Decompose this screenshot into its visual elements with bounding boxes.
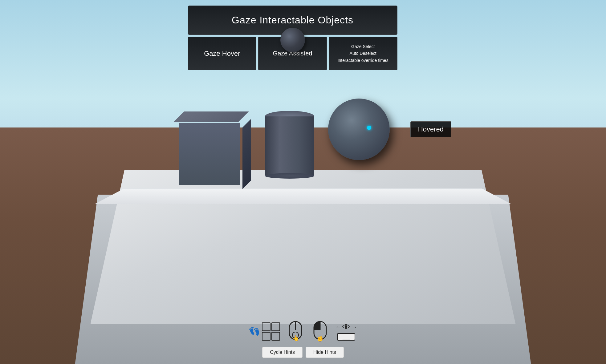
sphere-gaze-dot — [367, 126, 371, 130]
grid-sq-3 — [262, 332, 270, 341]
cylinder-bottom — [265, 173, 314, 179]
sign-sphere — [280, 28, 305, 52]
gaze-select-text: Gaze Select Auto Deselect Interactable o… — [338, 43, 388, 64]
grid-squares-icon — [262, 322, 280, 341]
main-title-text: Gaze Interactable Objects — [232, 14, 353, 26]
gaze-assisted-panel: Gaze Assisted — [258, 37, 327, 70]
cycle-hints-button[interactable]: Cycle Hints — [262, 347, 303, 358]
grid-sq-1 — [262, 322, 270, 331]
cylinder-body — [265, 116, 314, 175]
keyboard-key-icon: ___ — [337, 333, 355, 341]
cube-object — [179, 120, 243, 185]
mouse-click-icon: 👆 — [286, 318, 305, 344]
cylinder-object — [265, 111, 314, 179]
sphere-object: Hovered — [328, 99, 390, 160]
grid-sq-4 — [271, 332, 280, 341]
movement-icon-group: 👣 — [249, 322, 280, 341]
hint-buttons-row[interactable]: Cycle Hints Hide Hints — [262, 347, 344, 358]
cube-front-face — [179, 123, 240, 185]
bottom-controls: 👣 👆 — [249, 318, 357, 358]
svg-text:✊: ✊ — [317, 336, 323, 342]
gaze-eye-icon: ← 👁 → ___ — [336, 322, 357, 341]
cube-top-face — [173, 111, 249, 122]
gaze-hover-panel: Gaze Hover — [188, 37, 257, 70]
gaze-select-panel: Gaze Select Auto Deselect Interactable o… — [329, 37, 397, 70]
hovered-label: Hovered — [410, 121, 451, 137]
sign-panels-row: Gaze Hover Gaze Assisted Gaze Select Aut… — [188, 37, 397, 70]
mouse-half-icon: ✊ — [311, 318, 329, 344]
grid-sq-2 — [271, 322, 280, 331]
hide-hints-button[interactable]: Hide Hints — [306, 347, 344, 358]
sphere-3d — [328, 99, 390, 160]
signboards-area: Gaze Interactable Objects Gaze Hover Gaz… — [188, 6, 397, 70]
cube-right-face — [242, 119, 251, 189]
svg-text:👆: 👆 — [292, 335, 299, 342]
table-surface — [95, 188, 511, 204]
footstep-icon: 👣 — [249, 326, 260, 337]
hint-icons-row: 👣 👆 — [249, 318, 357, 344]
